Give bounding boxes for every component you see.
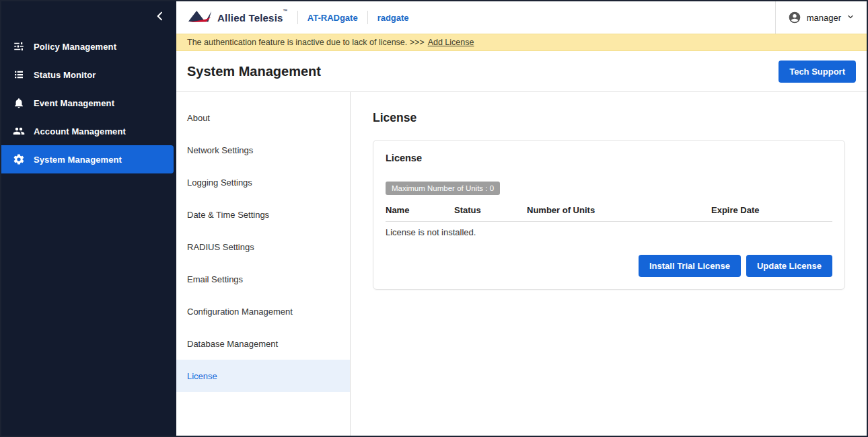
subnav-item-network-settings[interactable]: Network Settings bbox=[176, 134, 350, 166]
product-link[interactable]: AT-RADgate bbox=[308, 13, 358, 23]
max-units-badge: Maximum Number of Units : 0 bbox=[386, 182, 500, 195]
subnav: About Network Settings Logging Settings … bbox=[176, 92, 351, 436]
brand-text: Allied Telesis™ bbox=[217, 12, 288, 24]
trademark-symbol: ™ bbox=[283, 9, 288, 13]
sidebar-item-system-management[interactable]: System Management bbox=[1, 145, 174, 173]
sidebar-item-policy-management[interactable]: Policy Management bbox=[1, 32, 176, 61]
user-name: manager bbox=[807, 13, 841, 23]
column-header-number-of-units: Number of Units bbox=[527, 205, 711, 215]
section-heading: License bbox=[373, 111, 845, 125]
sidebar-item-label: System Management bbox=[34, 155, 122, 165]
page-title-row: System Management Tech Support bbox=[176, 51, 867, 92]
subnav-item-license[interactable]: License bbox=[176, 360, 350, 392]
subnav-item-about[interactable]: About bbox=[176, 102, 350, 134]
list-icon bbox=[12, 68, 26, 81]
bell-icon bbox=[12, 96, 26, 110]
sidebar-item-account-management[interactable]: Account Management bbox=[1, 117, 176, 145]
empty-message: License is not installed. bbox=[386, 222, 832, 237]
people-icon bbox=[12, 124, 26, 138]
allied-telesis-logo bbox=[187, 9, 213, 27]
sidebar-nav: Policy Management Status Monitor Event M… bbox=[1, 32, 176, 173]
header-divider bbox=[297, 11, 298, 24]
install-trial-license-button[interactable]: Install Trial License bbox=[639, 255, 741, 277]
host-link[interactable]: radgate bbox=[377, 13, 409, 23]
banner-text: The authentication feature is inactive d… bbox=[187, 38, 425, 47]
column-header-expire-date: Expire Date bbox=[711, 205, 832, 215]
update-license-button[interactable]: Update License bbox=[746, 255, 832, 277]
user-icon bbox=[788, 11, 801, 24]
content-row: About Network Settings Logging Settings … bbox=[176, 92, 867, 436]
column-header-name: Name bbox=[386, 205, 454, 215]
subnav-item-radius-settings[interactable]: RADIUS Settings bbox=[176, 231, 350, 263]
sidebar-item-label: Event Management bbox=[34, 98, 114, 108]
sidebar-collapse-button[interactable] bbox=[155, 11, 166, 24]
tech-support-button[interactable]: Tech Support bbox=[779, 61, 856, 83]
sidebar-item-label: Status Monitor bbox=[34, 70, 96, 80]
card-button-row: Install Trial License Update License bbox=[386, 255, 832, 277]
subnav-item-database-management[interactable]: Database Management bbox=[176, 327, 350, 360]
header-divider bbox=[367, 11, 368, 24]
subnav-item-logging-settings[interactable]: Logging Settings bbox=[176, 166, 350, 198]
top-header: Allied Telesis™ AT-RADgate radgate manag… bbox=[176, 1, 867, 34]
sidebar-item-status-monitor[interactable]: Status Monitor bbox=[1, 61, 176, 89]
card-title: License bbox=[386, 153, 832, 163]
license-table-header: Name Status Number of Units Expire Date bbox=[386, 205, 832, 222]
sidebar-item-label: Policy Management bbox=[34, 42, 116, 52]
main-column: Allied Telesis™ AT-RADgate radgate manag… bbox=[176, 1, 867, 436]
chevron-left-icon bbox=[155, 11, 166, 24]
sidebar: Policy Management Status Monitor Event M… bbox=[1, 1, 176, 436]
add-license-link[interactable]: Add License bbox=[428, 38, 474, 47]
subnav-item-date-time-settings[interactable]: Date & Time Settings bbox=[176, 198, 350, 231]
brand: Allied Telesis™ bbox=[187, 9, 288, 27]
sidebar-item-event-management[interactable]: Event Management bbox=[1, 89, 176, 117]
license-card: License Maximum Number of Units : 0 Name… bbox=[373, 140, 845, 290]
chevron-down-icon bbox=[846, 11, 855, 24]
page-title: System Management bbox=[187, 64, 321, 79]
main-content: License License Maximum Number of Units … bbox=[351, 92, 867, 436]
app-window: Policy Management Status Monitor Event M… bbox=[0, 0, 868, 437]
sidebar-collapse-row bbox=[1, 1, 176, 32]
sidebar-item-label: Account Management bbox=[34, 126, 126, 136]
subnav-item-email-settings[interactable]: Email Settings bbox=[176, 263, 350, 295]
license-warning-banner: The authentication feature is inactive d… bbox=[176, 34, 867, 51]
user-menu[interactable]: manager bbox=[775, 1, 867, 34]
subnav-item-configuration-management[interactable]: Configuration Management bbox=[176, 295, 350, 327]
column-header-status: Status bbox=[454, 205, 527, 215]
policy-icon bbox=[12, 40, 26, 53]
gear-icon bbox=[12, 153, 26, 166]
